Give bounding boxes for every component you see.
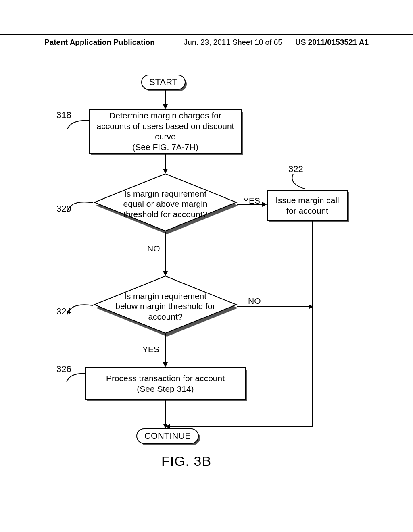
arrow-324-326 (161, 334, 169, 367)
header-right: US 2011/0153521 A1 (295, 38, 369, 47)
terminator-continue: CONTINUE (136, 428, 199, 444)
lead-324 (67, 298, 95, 316)
header-left: Patent Application Publication (44, 38, 155, 47)
arrow-320-324 (161, 232, 169, 276)
flowchart: START Determine margin charges for accou… (50, 75, 361, 449)
process-318: Determine margin charges for accounts of… (89, 109, 242, 154)
lead-318 (67, 119, 91, 131)
decision-324-text: Is margin requirement below margin thres… (93, 276, 238, 337)
lead-320 (67, 195, 95, 214)
page-header: Patent Application Publication Jun. 23, … (0, 34, 413, 47)
svg-marker-1 (163, 104, 168, 109)
decision-320-text: Is margin requirement equal or above mar… (93, 174, 238, 234)
lead-326 (66, 372, 88, 384)
process-322: Issue margin call for account (267, 190, 348, 221)
arrow-318-320 (161, 154, 169, 174)
arrow-start-318 (161, 90, 169, 109)
arrow-322-down (309, 221, 317, 427)
terminator-start-text: START (149, 77, 177, 87)
decision-320: Is margin requirement equal or above mar… (93, 174, 238, 234)
terminator-continue-text: CONTINUE (144, 431, 191, 441)
svg-marker-9 (163, 271, 168, 276)
terminator-start: START (141, 75, 186, 90)
process-322-text: Issue margin call for account (273, 195, 342, 216)
label-no-320: NO (147, 244, 160, 254)
ref-322: 322 (288, 164, 303, 175)
header-row: Patent Application Publication Jun. 23, … (0, 38, 413, 47)
figure-label: FIG. 3B (161, 453, 211, 469)
header-mid: Jun. 23, 2011 Sheet 10 of 65 (155, 38, 295, 47)
svg-marker-3 (163, 169, 168, 174)
arrow-324-no (237, 303, 313, 311)
arrow-320-322 (237, 200, 267, 208)
svg-marker-16 (163, 362, 168, 367)
decision-324: Is margin requirement below margin thres… (93, 276, 238, 337)
svg-marker-7 (262, 202, 267, 207)
lead-322 (288, 174, 309, 191)
process-326-text: Process transaction for account (See Ste… (106, 373, 225, 395)
process-326: Process transaction for account (See Ste… (85, 367, 246, 400)
process-318-text: Determine margin charges for accounts of… (94, 110, 236, 153)
label-yes-324: YES (142, 345, 159, 354)
